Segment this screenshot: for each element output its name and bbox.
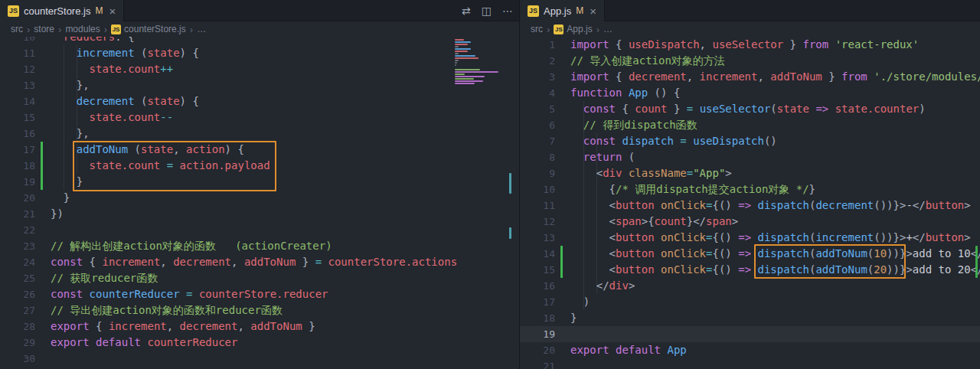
code-line[interactable]: 8 return ( [520, 149, 980, 165]
breadcrumbs-right: src›JSApp.js›… [520, 21, 980, 37]
code-text: }, [35, 77, 90, 93]
line-number: 10 [520, 181, 555, 198]
code-line[interactable]: 26const counterReducer = counterStore.re… [0, 286, 519, 302]
code-text: return ( [555, 149, 635, 165]
code-text: } [555, 310, 577, 326]
code-line[interactable]: 7 const dispatch = useDispatch() [520, 133, 980, 149]
line-number: 12 [0, 61, 35, 77]
chevron-right-icon: › [104, 24, 107, 35]
tab-counterstore-js[interactable]: JS counterStore.js M × [0, 0, 124, 21]
minimap[interactable] [453, 38, 507, 87]
code-line[interactable]: 16 }, [0, 126, 519, 142]
breadcrumb-item[interactable]: … [197, 24, 206, 34]
code-line[interactable]: 23// 解构出创建action对象的函数 (actionCreater) [0, 238, 519, 254]
breadcrumb-item[interactable]: JSApp.js [554, 24, 592, 34]
tab-app-js[interactable]: JS App.js M × [520, 0, 605, 21]
code-line[interactable]: 4function App () { [520, 85, 980, 101]
code-line[interactable]: 11 increment (state) { [0, 45, 519, 61]
code-line[interactable]: 29export default counterReducer [0, 335, 519, 351]
code-text: // 获取reducer函数 [35, 270, 158, 286]
chevron-right-icon: › [547, 24, 550, 35]
code-text: <span>{count}</span> [555, 214, 738, 230]
line-number: 23 [0, 238, 35, 254]
code-line[interactable]: 1import { useDispatch, useSelector } fro… [520, 37, 980, 53]
code-line[interactable]: 19 [520, 326, 980, 342]
code-line[interactable]: 18 state.count = action.payload [0, 158, 519, 174]
breadcrumb-item[interactable]: src [11, 24, 23, 34]
close-tab-icon[interactable]: × [109, 5, 116, 17]
code-text: export { increment, decrement, addToNum … [35, 318, 315, 335]
tab-label: counterStore.js [24, 5, 90, 17]
code-line[interactable]: 17 ) [520, 294, 980, 310]
code-line[interactable]: 14 decrement (state) { [0, 93, 519, 109]
editor-group-right: JS App.js M × src›JSApp.js›… 1import { u… [519, 0, 980, 369]
code-text: <button onClick={() => dispatch(addToNum… [555, 246, 980, 262]
breadcrumb-item[interactable]: src [531, 24, 543, 34]
breadcrumb-item[interactable]: JScounterStore.js [111, 24, 186, 34]
open-changes-icon[interactable]: ⇄ [462, 5, 471, 16]
workbench: JS counterStore.js M × ⇄ ◫ ⋯ src›store›m… [0, 0, 980, 369]
line-number: 29 [0, 335, 35, 351]
code-line[interactable]: 19 } [0, 174, 519, 190]
code-line[interactable]: 14 <button onClick={() => dispatch(addTo… [520, 246, 980, 262]
code-line[interactable]: 21}) [0, 206, 519, 222]
breadcrumb-item[interactable]: … [603, 24, 612, 34]
chevron-right-icon: › [27, 24, 30, 35]
code-line[interactable]: 21 [520, 358, 980, 369]
code-text: }, [35, 126, 90, 142]
code-line[interactable]: 5 const { count } = useSelector(state =>… [520, 101, 980, 117]
code-line[interactable]: 10 {/* 调用dispatch提交action对象 */} [520, 181, 980, 198]
code-line[interactable]: 6 // 得到dispatch函数 [520, 117, 980, 133]
code-line[interactable]: 15 <button onClick={() => dispatch(addTo… [520, 262, 980, 278]
modified-badge: M [95, 5, 103, 16]
split-editor-icon[interactable]: ◫ [482, 5, 492, 16]
code-line[interactable]: 27// 导出创建action对象的函数和reducer函数 [0, 302, 519, 318]
code-line[interactable]: 30 [0, 351, 519, 367]
js-file-icon: JS [8, 5, 19, 17]
code-editor-app[interactable]: 1import { useDispatch, useSelector } fro… [520, 37, 980, 369]
code-line[interactable]: 9 <div className="App"> [520, 165, 980, 181]
line-number: 18 [0, 158, 35, 174]
code-line[interactable]: 20 } [0, 190, 519, 206]
tab-bar-right: JS App.js M × [520, 0, 980, 21]
line-number: 20 [0, 190, 35, 206]
line-number: 1 [520, 37, 555, 53]
code-line[interactable]: 20export default App [520, 342, 980, 358]
line-number: 3 [520, 69, 555, 85]
close-tab-icon[interactable]: × [590, 5, 596, 17]
code-line[interactable]: 2// 导入创建action对象的方法 [520, 53, 980, 69]
code-text: const dispatch = useDispatch() [555, 133, 777, 149]
code-line[interactable]: 13 <button onClick={() => dispatch(incre… [520, 230, 980, 246]
more-actions-icon[interactable]: ⋯ [502, 5, 513, 16]
breadcrumb-item[interactable]: modules [65, 24, 100, 34]
line-number: 26 [0, 286, 35, 302]
code-line[interactable]: 17 addToNum (state, action) { [0, 142, 519, 158]
code-line[interactable]: 18} [520, 310, 980, 326]
code-line[interactable]: 25// 获取reducer函数 [0, 270, 519, 286]
breadcrumb-item[interactable]: store [34, 24, 54, 34]
code-text: // 得到dispatch函数 [555, 117, 697, 133]
code-line[interactable]: 24const { increment, decrement, addToNum… [0, 254, 519, 270]
code-line[interactable]: 13 }, [0, 77, 519, 93]
code-line[interactable]: 16 </div> [520, 278, 980, 294]
vscode-window: { "icons":{ "js_badge":"JS","close":"×",… [0, 0, 980, 369]
code-line[interactable]: 22 [0, 222, 519, 238]
line-number: 17 [520, 294, 555, 310]
code-line[interactable]: 15 state.count-- [0, 109, 519, 126]
code-text: const { increment, decrement, addToNum }… [35, 254, 457, 270]
code-line[interactable]: 28export { increment, decrement, addToNu… [0, 318, 519, 335]
chevron-right-icon: › [58, 24, 61, 35]
code-line[interactable]: 12 state.count++ [0, 61, 519, 77]
code-line[interactable]: 12 <span>{count}</span> [520, 214, 980, 230]
code-text: } [35, 190, 70, 206]
code-text: addToNum (state, action) { [35, 142, 244, 158]
code-line[interactable]: 3import { decrement, increment, addToNum… [520, 69, 980, 85]
code-line[interactable]: 10 reducers: { [0, 37, 519, 45]
code-line[interactable]: 11 <button onClick={() => dispatch(decre… [520, 198, 980, 214]
line-number: 20 [520, 342, 555, 358]
code-text: function App () { [555, 85, 680, 101]
code-editor-counterstore[interactable]: 10 reducers: {11 increment (state) {12 s… [0, 37, 519, 367]
line-number: 21 [520, 358, 555, 369]
line-number: 24 [0, 254, 35, 270]
tab-bar-left: JS counterStore.js M × ⇄ ◫ ⋯ [0, 0, 519, 21]
